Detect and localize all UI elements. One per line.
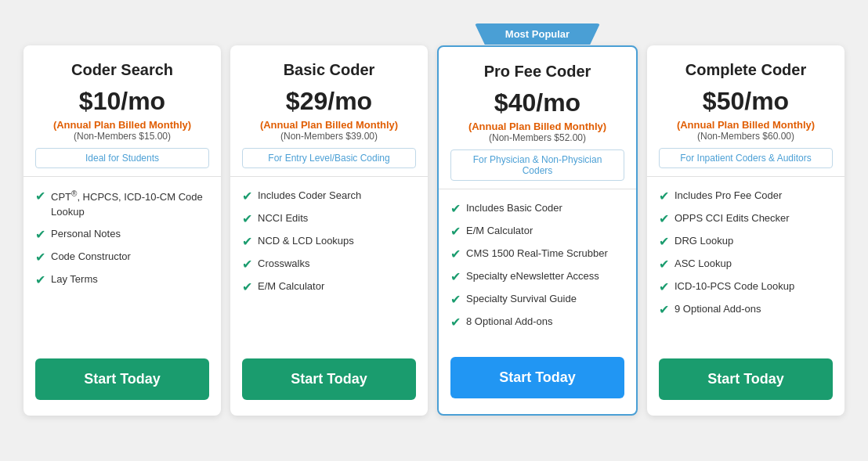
check-icon: ✔ — [242, 211, 252, 226]
feature-item: ✔ ICD-10-PCS Code Lookup — [659, 279, 833, 294]
feature-text: Includes Pro Fee Coder — [675, 189, 782, 203]
card-header: Coder Search $10/mo (Annual Plan Billed … — [24, 45, 221, 177]
check-icon: ✔ — [450, 292, 461, 307]
feature-text: Specialty Survival Guide — [466, 292, 577, 306]
check-icon: ✔ — [35, 272, 45, 287]
check-icon: ✔ — [242, 279, 252, 294]
pricing-card-complete-coder: Complete Coder $50/mo (Annual Plan Bille… — [647, 45, 844, 416]
check-icon: ✔ — [659, 302, 669, 317]
non-members: (Non-Members $60.00) — [659, 131, 833, 142]
check-icon: ✔ — [450, 247, 461, 261]
feature-item: ✔ Crosswalks — [242, 257, 416, 272]
audience-badge: For Inpatient Coders & Auditors — [659, 148, 833, 168]
check-icon: ✔ — [35, 250, 45, 265]
annual-plan: (Annual Plan Billed Monthly) — [242, 119, 416, 131]
feature-text: DRG Lookup — [675, 234, 733, 248]
start-today-button[interactable]: Start Today — [242, 358, 416, 400]
pricing-card-pro-fee-coder: Most Popular Pro Fee Coder $40/mo (Annua… — [437, 45, 638, 416]
audience-badge: Ideal for Students — [35, 148, 209, 168]
check-icon: ✔ — [450, 224, 461, 239]
feature-item: ✔ Includes Basic Coder — [450, 201, 624, 216]
check-icon: ✔ — [242, 234, 252, 249]
check-icon: ✔ — [35, 227, 45, 242]
feature-text: ICD-10-PCS Code Lookup — [675, 279, 794, 294]
feature-text: 9 Optional Add-ons — [675, 302, 761, 316]
feature-text: CMS 1500 Real-Time Scrubber — [466, 247, 608, 261]
check-icon: ✔ — [659, 257, 669, 272]
check-icon: ✔ — [242, 189, 252, 203]
non-members: (Non-Members $39.00) — [242, 131, 416, 142]
feature-text: ASC Lookup — [675, 257, 732, 271]
card-price: $40/mo — [450, 88, 624, 117]
card-title: Coder Search — [35, 61, 209, 79]
check-icon: ✔ — [659, 189, 669, 203]
feature-text: Includes Coder Search — [258, 189, 361, 203]
feature-text: Lay Terms — [51, 272, 98, 286]
pricing-card-basic-coder: Basic Coder $29/mo (Annual Plan Billed M… — [230, 45, 428, 416]
annual-plan: (Annual Plan Billed Monthly) — [450, 121, 624, 132]
feature-item: ✔ 9 Optional Add-ons — [659, 302, 833, 317]
card-header: Basic Coder $29/mo (Annual Plan Billed M… — [230, 45, 428, 177]
feature-item: ✔ E/M Calculator — [450, 224, 624, 239]
feature-text: NCD & LCD Lookups — [258, 234, 354, 248]
feature-text: NCCI Edits — [258, 211, 308, 225]
card-price: $10/mo — [35, 87, 209, 116]
feature-text: 8 Optional Add-ons — [466, 315, 553, 329]
feature-text: Personal Notes — [51, 227, 121, 241]
feature-item: ✔ NCCI Edits — [242, 211, 416, 226]
feature-text: E/M Calculator — [258, 279, 324, 294]
check-icon: ✔ — [35, 189, 45, 203]
feature-item: ✔ CPT®, HCPCS, ICD-10-CM Code Lookup — [35, 189, 209, 219]
feature-item: ✔ DRG Lookup — [659, 234, 833, 249]
annual-plan: (Annual Plan Billed Monthly) — [659, 119, 833, 131]
most-popular-badge: Most Popular — [475, 23, 600, 45]
feature-text: Code Constructor — [51, 250, 131, 264]
feature-item: ✔ OPPS CCI Edits Checker — [659, 211, 833, 226]
card-header: Complete Coder $50/mo (Annual Plan Bille… — [647, 45, 844, 177]
card-price: $50/mo — [659, 87, 833, 116]
feature-text: E/M Calculator — [466, 224, 533, 238]
card-title: Basic Coder — [242, 61, 416, 79]
check-icon: ✔ — [659, 211, 669, 226]
start-today-button[interactable]: Start Today — [450, 357, 624, 398]
card-features: ✔ Includes Coder Search ✔ NCCI Edits ✔ N… — [230, 177, 428, 351]
feature-item: ✔ ASC Lookup — [659, 257, 833, 272]
start-today-button[interactable]: Start Today — [659, 358, 833, 400]
check-icon: ✔ — [450, 269, 461, 284]
check-icon: ✔ — [242, 257, 252, 272]
card-price: $29/mo — [242, 87, 416, 116]
card-footer: Start Today — [24, 351, 221, 400]
feature-item: ✔ NCD & LCD Lookups — [242, 234, 416, 249]
feature-text: CPT®, HCPCS, ICD-10-CM Code Lookup — [51, 189, 209, 219]
annual-plan: (Annual Plan Billed Monthly) — [35, 119, 209, 131]
check-icon: ✔ — [450, 201, 461, 216]
feature-item: ✔ Includes Pro Fee Coder — [659, 189, 833, 203]
card-footer: Start Today — [439, 349, 636, 398]
non-members: (Non-Members $15.00) — [35, 131, 209, 142]
audience-badge: For Physician & Non-Physician Coders — [450, 149, 624, 181]
feature-item: ✔ E/M Calculator — [242, 279, 416, 294]
card-footer: Start Today — [230, 351, 428, 400]
check-icon: ✔ — [450, 315, 461, 330]
feature-text: Includes Basic Coder — [466, 201, 562, 215]
check-icon: ✔ — [659, 279, 669, 294]
feature-text: OPPS CCI Edits Checker — [675, 211, 790, 225]
card-title: Pro Fee Coder — [450, 63, 624, 81]
feature-text: Crosswalks — [258, 257, 309, 271]
pricing-card-coder-search: Coder Search $10/mo (Annual Plan Billed … — [24, 45, 221, 416]
card-footer: Start Today — [647, 351, 844, 400]
feature-item: ✔ Personal Notes — [35, 227, 209, 242]
check-icon: ✔ — [659, 234, 669, 249]
card-features: ✔ Includes Basic Coder ✔ E/M Calculator … — [439, 189, 636, 349]
feature-item: ✔ Specialty Survival Guide — [450, 292, 624, 307]
feature-text: Specialty eNewsletter Access — [466, 269, 599, 283]
feature-item: ✔ CMS 1500 Real-Time Scrubber — [450, 247, 624, 261]
card-header: Pro Fee Coder $40/mo (Annual Plan Billed… — [439, 47, 636, 189]
pricing-container: Coder Search $10/mo (Annual Plan Billed … — [16, 30, 852, 431]
non-members: (Non-Members $52.00) — [450, 132, 624, 143]
feature-item: ✔ Code Constructor — [35, 250, 209, 265]
feature-item: ✔ Specialty eNewsletter Access — [450, 269, 624, 284]
start-today-button[interactable]: Start Today — [35, 358, 209, 400]
feature-item: ✔ Lay Terms — [35, 272, 209, 287]
feature-item: ✔ Includes Coder Search — [242, 189, 416, 203]
